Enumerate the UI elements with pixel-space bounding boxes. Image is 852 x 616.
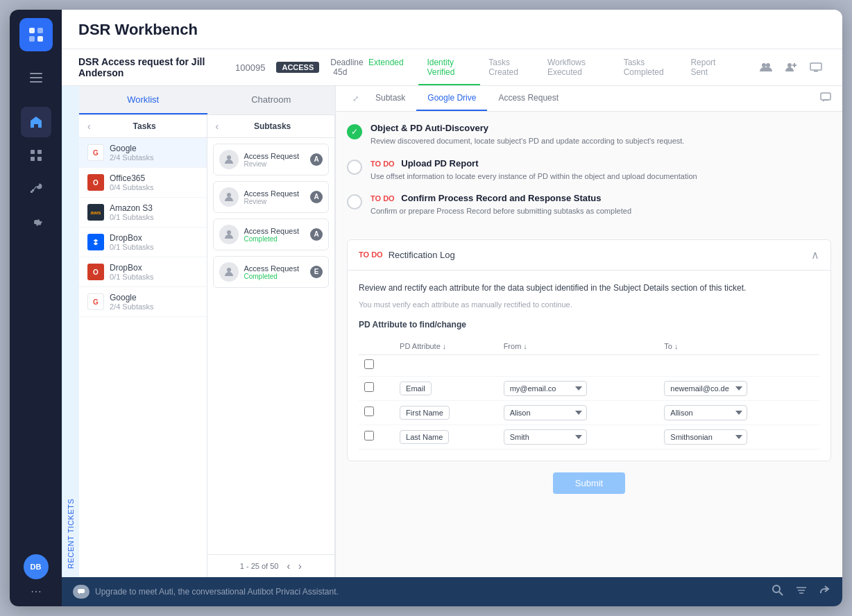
tasks-header: ‹ Tasks (79, 115, 207, 138)
screen-icon[interactable] (806, 59, 826, 76)
tab-worklist[interactable]: Worklist (79, 86, 207, 114)
svg-point-21 (227, 230, 231, 234)
dsr-tab-tasks-completed[interactable]: Tasks Completed (615, 55, 683, 80)
rectification-header[interactable]: TO DO Rectification Log ∧ (348, 240, 830, 271)
prev-page-button[interactable]: ‹ (287, 561, 290, 572)
sidebar-item-dashboard[interactable] (21, 140, 51, 171)
dsr-tab-tasks-created[interactable]: Tasks Created (480, 55, 539, 80)
svg-point-22 (227, 268, 231, 272)
rectification-body: Review and rectify each attribute for th… (348, 271, 830, 461)
detail-panel: ⤢ Subtask Google Drive Access Request (336, 86, 842, 577)
subtask-item[interactable]: Access Request Completed A (213, 219, 330, 250)
task-item[interactable]: aws Amazon S3 0/1 Subtasks (79, 198, 207, 228)
subtask-list: Access Request Review A (207, 138, 335, 554)
subtask-badge: A (310, 228, 323, 241)
filter-action-icon[interactable] (795, 584, 808, 599)
task-subtask-count: 0/1 Subtasks (110, 213, 198, 221)
step-desc: Use offset information to locate every i… (370, 171, 831, 182)
task-name: Office365 (110, 173, 198, 183)
task-icon: O (87, 174, 104, 191)
subtask-name: Access Request (244, 152, 305, 160)
task-item[interactable]: G Google 2/4 Subtasks (79, 138, 207, 168)
svg-rect-18 (814, 71, 818, 72)
person-add-icon[interactable] (781, 59, 801, 76)
user-avatar[interactable]: DB (24, 554, 49, 579)
more-options-icon[interactable]: ⋯ (31, 585, 42, 598)
search-action-icon[interactable] (772, 584, 784, 599)
svg-point-12 (762, 63, 766, 67)
to-select[interactable]: Allison (664, 405, 747, 420)
next-page-button[interactable]: › (298, 561, 302, 572)
sidebar-item-settings[interactable] (21, 207, 51, 237)
people-icon[interactable] (756, 59, 776, 76)
submit-button[interactable]: Submit (553, 472, 625, 494)
dsr-tab-workflows[interactable]: Workflows Executed (539, 55, 615, 80)
tasks-header-label: Tasks (91, 121, 198, 131)
recent-tickets-tab[interactable]: RECENT TICKETS (62, 86, 79, 577)
main-content: DSR Workbench DSR Access request for Jil… (62, 10, 842, 606)
table-row (359, 354, 819, 376)
task-subtask-count: 0/1 Subtasks (110, 243, 198, 251)
from-select[interactable]: my@email.co (504, 381, 587, 396)
pd-attribute-tag: Email (400, 382, 432, 395)
from-select[interactable]: Smith (504, 429, 587, 445)
rect-chevron-icon: ∧ (811, 248, 819, 262)
subtask-avatar (219, 150, 239, 169)
table-row: First Name Alison Allison (359, 400, 819, 425)
col-checkbox (359, 338, 394, 355)
from-select[interactable]: Alison (504, 405, 587, 420)
tab-chatroom[interactable]: Chatroom (207, 86, 336, 114)
ticket-id: 100095 (235, 62, 265, 73)
pagination-row: 1 - 25 of 50 ‹ › (207, 554, 335, 577)
task-item[interactable]: O Office365 0/4 Subtasks (79, 168, 207, 198)
svg-rect-10 (37, 157, 42, 161)
dsr-tab-report-sent[interactable]: Report Sent (682, 55, 734, 80)
task-item[interactable]: G Google 2/4 Subtasks (79, 287, 207, 317)
subtasks-header-label: Subtasks (219, 121, 326, 131)
row-checkbox[interactable] (364, 382, 374, 392)
task-step-3: TO DO Confirm Process Record and Respons… (347, 193, 831, 217)
sidebar-item-home[interactable] (21, 107, 51, 137)
deadline-label: Deadline Extended 45d (330, 58, 407, 77)
row-checkbox[interactable] (364, 359, 374, 369)
row-checkbox[interactable] (364, 431, 374, 440)
task-icon: G (87, 144, 104, 161)
svg-rect-0 (29, 28, 35, 33)
share-action-icon[interactable] (819, 584, 831, 599)
detail-tab-google-drive[interactable]: Google Drive (416, 86, 487, 111)
task-item[interactable]: O DropBox 0/1 Subtasks (79, 257, 207, 287)
to-select[interactable]: newemail@co.de (664, 381, 747, 396)
detail-tab-access-request[interactable]: Access Request (487, 86, 570, 111)
submit-row: Submit (347, 472, 831, 494)
task-name: Amazon S3 (110, 203, 198, 213)
svg-rect-4 (30, 73, 42, 74)
subtask-item[interactable]: Access Request Completed E (213, 256, 330, 288)
svg-rect-7 (31, 150, 35, 154)
step-desc: Review discovered document, locate subje… (370, 135, 831, 147)
sidebar-item-tools[interactable] (21, 173, 51, 204)
app-logo[interactable] (19, 18, 53, 51)
task-name: DropBox (110, 233, 198, 243)
dsr-progress-tabs: Identity Verified Tasks Created Workflow… (418, 55, 734, 80)
hamburger-menu-icon[interactable] (24, 65, 49, 90)
dsr-tab-identity-verified[interactable]: Identity Verified (418, 55, 480, 80)
svg-rect-8 (37, 150, 42, 154)
svg-point-13 (766, 63, 770, 67)
subtask-item[interactable]: Access Request Review A (213, 181, 330, 213)
svg-point-25 (773, 585, 780, 592)
expand-icon[interactable]: ⤢ (347, 87, 364, 110)
pagination-label: 1 - 25 of 50 (240, 562, 279, 570)
detail-tab-subtask[interactable]: Subtask (364, 86, 416, 111)
svg-rect-23 (821, 93, 830, 100)
col-pd-attr: PD Attribute ↓ (394, 338, 498, 355)
subtask-item[interactable]: Access Request Review A (213, 144, 330, 176)
task-list: G Google 2/4 Subtasks O Office365 (79, 138, 207, 577)
task-subtask-count: 0/1 Subtasks (110, 273, 198, 281)
row-checkbox[interactable] (364, 407, 374, 416)
comment-icon[interactable] (820, 92, 831, 105)
task-item[interactable]: DropBox 0/1 Subtasks (79, 228, 207, 257)
task-name: DropBox (110, 263, 198, 273)
to-select[interactable]: Smithsonian (664, 429, 747, 445)
task-step-1: ✓ Object & PD Auti-Discovery Review disc… (347, 123, 831, 147)
main-tabs-row: Worklist Chatroom (79, 86, 335, 115)
